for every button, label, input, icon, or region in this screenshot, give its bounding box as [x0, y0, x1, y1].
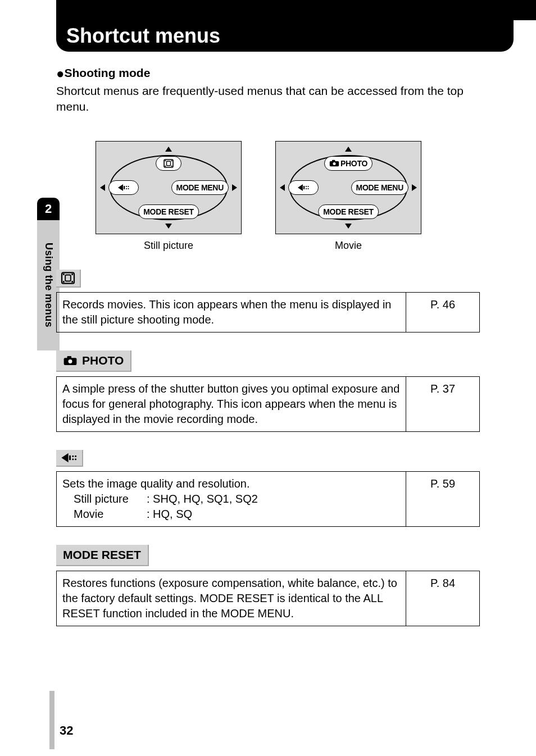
menu-top-movie: [156, 156, 181, 171]
svg-point-11: [126, 188, 127, 189]
table-row: A simple press of the shutter button giv…: [57, 376, 480, 431]
svg-rect-2: [167, 161, 171, 166]
svg-point-12: [128, 188, 129, 189]
diagram-still-caption: Still picture: [144, 240, 193, 252]
menu-bottom-mode-reset: MODE RESET: [318, 204, 379, 219]
quality-still-values: : SHQ, HQ, SQ1, SQ2: [147, 491, 258, 507]
svg-rect-25: [63, 274, 65, 275]
svg-point-16: [333, 162, 335, 165]
svg-rect-30: [67, 356, 71, 358]
dpad-down-icon: [165, 224, 172, 229]
shooting-mode-label: Shooting mode: [65, 66, 151, 79]
quality-line1: Sets the image quality and resolution.: [62, 476, 400, 491]
svg-rect-15: [332, 160, 335, 162]
svg-rect-27: [63, 281, 65, 283]
svg-point-36: [72, 458, 74, 460]
svg-rect-8: [124, 186, 125, 189]
svg-point-10: [128, 186, 129, 187]
dpad-right-icon: [232, 184, 237, 191]
svg-point-22: [307, 188, 308, 189]
quality-still-row: Still picture : SHQ, HQ, SQ1, SQ2: [62, 491, 400, 507]
section-heading-shooting-mode: ●Shooting mode: [56, 66, 480, 80]
section-movie: Records movies. This icon appears when t…: [56, 270, 480, 333]
menu-left-record-mode: [288, 180, 319, 195]
svg-marker-17: [298, 184, 303, 191]
dpad-left-icon: [100, 184, 105, 191]
intro-text: Shortcut menus are frequently-used menus…: [56, 83, 480, 115]
page-title-bar: Shortcut menus: [56, 20, 514, 52]
menu-top-photo: PHOTO: [324, 156, 373, 171]
record-mode-icon: [117, 184, 130, 192]
diagram-movie-caption: Movie: [335, 240, 362, 252]
quality-movie-label: Movie: [62, 507, 147, 522]
menu-left-record-mode: [108, 180, 139, 195]
svg-point-35: [75, 455, 76, 457]
dpad-left-icon: [280, 184, 285, 191]
movie-icon: [61, 272, 75, 284]
svg-rect-24: [65, 275, 71, 281]
section-photo-desc: A simple press of the shutter button giv…: [57, 376, 406, 431]
section-mode-reset-ref: P. 84: [406, 571, 480, 626]
section-movie-desc: Records movies. This icon appears when t…: [57, 292, 406, 332]
page-title: Shortcut menus: [66, 24, 220, 48]
diagram-still-block: MODE MENU MODE RESET Still picture: [96, 141, 242, 252]
svg-rect-6: [171, 165, 172, 166]
dpad-down-icon: [345, 224, 352, 229]
quality-lines: Still picture : SHQ, HQ, SQ1, SQ2 Movie …: [62, 491, 400, 522]
section-heading-movie: [56, 270, 81, 288]
svg-point-9: [126, 186, 127, 187]
svg-marker-7: [118, 184, 123, 191]
svg-point-20: [307, 186, 308, 187]
section-heading-mode-reset-text: MODE RESET: [63, 548, 141, 562]
svg-rect-26: [71, 274, 73, 275]
svg-rect-5: [165, 165, 166, 166]
record-mode-icon: [297, 184, 310, 192]
diagram-movie: PHOTO MODE MENU MODE RESET: [275, 141, 421, 234]
svg-point-21: [306, 188, 307, 189]
quality-movie-row: Movie : HQ, SQ: [62, 507, 400, 522]
section-photo: PHOTO A simple press of the shutter butt…: [56, 350, 480, 432]
section-quality-desc: Sets the image quality and resolution. S…: [57, 471, 406, 526]
dpad-up-icon: [345, 147, 352, 152]
section-movie-ref: P. 46: [406, 292, 480, 332]
svg-point-19: [306, 186, 307, 187]
svg-point-37: [75, 458, 76, 460]
header-top-bar: [56, 0, 536, 20]
quality-movie-values: : HQ, SQ: [147, 507, 192, 522]
menu-diagrams: MODE MENU MODE RESET Still picture: [96, 141, 480, 252]
svg-rect-33: [69, 456, 71, 460]
section-heading-quality: [56, 450, 83, 467]
section-quality: Sets the image quality and resolution. S…: [56, 450, 480, 527]
table-row: Sets the image quality and resolution. S…: [57, 471, 480, 526]
camera-icon: [329, 160, 339, 167]
menu-top-photo-label: PHOTO: [340, 159, 367, 168]
dpad-up-icon: [165, 147, 172, 152]
svg-marker-32: [61, 453, 68, 462]
record-mode-icon: [61, 452, 78, 463]
section-movie-table: Records movies. This icon appears when t…: [56, 292, 480, 333]
camera-icon: [63, 356, 78, 366]
table-row: Records movies. This icon appears when t…: [57, 292, 480, 332]
dpad-right-icon: [412, 184, 417, 191]
svg-rect-28: [71, 281, 73, 283]
section-quality-ref: P. 59: [406, 471, 480, 526]
quality-still-label: Still picture: [62, 491, 147, 507]
section-photo-ref: P. 37: [406, 376, 480, 431]
svg-point-31: [69, 359, 72, 363]
section-mode-reset-table: Restores functions (exposure compensatio…: [56, 571, 480, 626]
section-heading-mode-reset: MODE RESET: [56, 545, 149, 566]
footer-decor-bar: [49, 691, 54, 749]
svg-rect-4: [171, 160, 172, 161]
menu-right-mode-menu: MODE MENU: [171, 180, 229, 195]
section-mode-reset-desc: Restores functions (exposure compensatio…: [57, 571, 406, 626]
table-row: Restores functions (exposure compensatio…: [57, 571, 480, 626]
svg-rect-18: [303, 186, 305, 189]
diagram-movie-block: PHOTO MODE MENU MODE RESET Movie: [275, 141, 421, 252]
content-area: ●Shooting mode Shortcut menus are freque…: [56, 63, 480, 626]
page-number: 32: [60, 723, 73, 738]
movie-icon: [163, 159, 174, 168]
section-heading-photo: PHOTO: [56, 350, 131, 372]
svg-rect-3: [165, 160, 166, 161]
section-quality-table: Sets the image quality and resolution. S…: [56, 471, 480, 527]
svg-point-34: [72, 455, 74, 457]
